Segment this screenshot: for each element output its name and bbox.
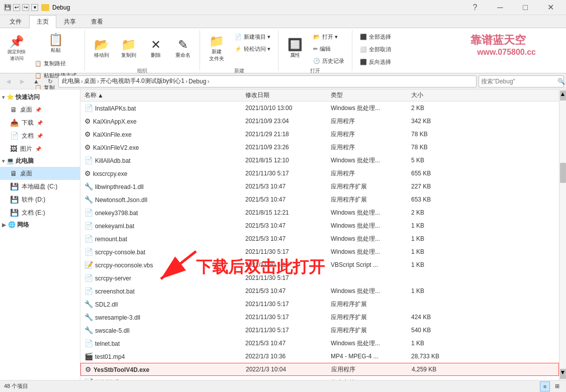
close-button[interactable]: ✕: [539, 0, 562, 15]
file-name: 📄remount.bat: [82, 235, 243, 243]
edit-button[interactable]: ✏ 编辑: [310, 43, 348, 54]
maximize-button[interactable]: □: [514, 0, 537, 15]
file-row[interactable]: ⚙KaiXinFile.exe 2021/1/29 21:18 应用程序 78 …: [80, 128, 559, 141]
file-row[interactable]: 🔧swscale-5.dll 2021/11/30 5:17 应用程序扩展 54…: [80, 324, 559, 337]
deselect-all-button[interactable]: ⬜ 全部取消: [356, 44, 395, 55]
large-icons-view-button[interactable]: ⊞: [552, 381, 562, 391]
pin-to-quickaccess-button[interactable]: 📌 固定到快速访问: [4, 31, 29, 66]
rename-label: 重命名: [175, 52, 191, 59]
file-row[interactable]: 📄telnet.bat 2021/5/3 10:47 Windows 批处理..…: [80, 337, 559, 350]
file-row[interactable]: 📝更新说明.txt 2022/1/3 10:40 文本文档 3 KB: [80, 376, 559, 380]
sidebar-item-documents[interactable]: 📄 文档 📌: [0, 129, 80, 142]
open-button[interactable]: 📂 打开 ▾: [310, 31, 348, 42]
search-input[interactable]: [481, 78, 556, 85]
window-controls-right: ? ─ □ ✕: [463, 0, 562, 15]
file-size: 4,259 KB: [410, 366, 460, 373]
col-header-date[interactable]: 修改日期: [243, 91, 329, 100]
file-row[interactable]: 📄scrcpy-console.bat 2021/11/30 5:17 Wind…: [80, 245, 559, 258]
delete-button[interactable]: ✕ 删除: [143, 31, 168, 66]
new-item-button[interactable]: 📄 新建项目 ▾: [231, 31, 274, 42]
file-date: 2021/11/30 5:17: [243, 314, 329, 321]
file-row[interactable]: 🔧SDL2.dll 2021/11/30 5:17 应用程序扩展: [80, 298, 559, 311]
sidebar-item-pictures[interactable]: 🖼 图片 📌: [0, 142, 80, 155]
sidebar-item-desktop-quick[interactable]: 🖥 桌面 📌: [0, 103, 80, 116]
col-header-name[interactable]: 名称 ▲: [82, 91, 243, 100]
file-row[interactable]: 🎬test01.mp4 2022/1/3 10:36 MP4 - MPEG-4 …: [80, 350, 559, 363]
select-all-icon: ⬛: [360, 34, 367, 40]
select-all-button[interactable]: ⬛ 全部选择: [356, 31, 395, 42]
exe-icon: ⚙: [85, 365, 91, 373]
file-row[interactable]: 📄remount.bat 2021/5/3 10:47 Windows 批处理.…: [80, 232, 559, 245]
file-row[interactable]: 🔧swresample-3.dll 2021/11/30 5:17 应用程序扩展…: [80, 311, 559, 324]
file-row[interactable]: 📄InstallAPKs.bat 2021/10/10 13:00 Window…: [80, 102, 559, 115]
file-size: 1 KB: [409, 248, 459, 255]
open-small-buttons: 📂 打开 ▾ ✏ 编辑 🕒 历史记录: [310, 31, 348, 66]
help-button[interactable]: ?: [463, 0, 487, 15]
select-inner: ⬛ 全部选择 ⬜ 全部取消 ⬛ 反向选择: [356, 31, 395, 67]
file-date: 2021/10/9 23:04: [243, 118, 329, 125]
sidebar-item-drive-d-label: 软件 (D:): [22, 195, 45, 204]
save-icon[interactable]: 💾: [4, 4, 11, 11]
vertical-scrollbar[interactable]: ▲ ▼: [559, 89, 566, 380]
forward-button[interactable]: ▶: [16, 75, 28, 87]
up-button[interactable]: ▲: [30, 75, 42, 87]
chevron-right-icon: ▶: [2, 222, 6, 228]
rename-button[interactable]: ✎ 重命名: [170, 31, 196, 66]
minimize-button[interactable]: ─: [489, 0, 512, 15]
file-row[interactable]: 📄scrcpy-server 2021/11/30 5:17: [80, 271, 559, 284]
refresh-button[interactable]: ↻: [44, 75, 56, 87]
tab-file[interactable]: 文件: [2, 15, 29, 28]
file-row[interactable]: 🔧Newtonsoft.Json.dll 2021/5/3 10:47 应用程序…: [80, 193, 559, 206]
new-folder-button[interactable]: 📁 新建文件夹: [204, 31, 229, 66]
tab-view[interactable]: 查看: [83, 15, 111, 28]
file-date: 2021/8/15 12:21: [243, 209, 329, 216]
sidebar-section-quickaccess[interactable]: ▾ ⭐ 快速访问: [0, 91, 80, 103]
paste-button[interactable]: 📋 粘贴: [31, 31, 80, 56]
sidebar-item-desktop-quick-label: 桌面: [20, 106, 32, 114]
scroll-down-button[interactable]: ▼: [560, 369, 566, 379]
easy-access-button[interactable]: ⚡ 轻松访问 ▾: [231, 43, 274, 54]
history-button[interactable]: 🕒 历史记录: [310, 55, 348, 66]
details-view-button[interactable]: ≡: [540, 381, 550, 391]
col-header-type[interactable]: 类型: [329, 91, 409, 100]
properties-button[interactable]: 🔲 属性: [282, 31, 308, 66]
redo-icon[interactable]: ↪: [22, 4, 29, 11]
file-row[interactable]: 📄onekey3798.bat 2021/8/15 12:21 Windows …: [80, 206, 559, 219]
dropdown-icon[interactable]: ▾: [31, 4, 38, 11]
file-row[interactable]: 📄screenshot.bat 2021/5/3 10:47 Windows 批…: [80, 284, 559, 298]
address-path[interactable]: 此电脑 › 桌面 › 开心电视助手4.0测试版by剑心1 › Debug ›: [58, 75, 477, 87]
file-date: 2021/5/3 10:47: [243, 287, 329, 295]
file-row[interactable]: ⚙KaiXinAppX.exe 2021/10/9 23:04 应用程序 342…: [80, 115, 559, 128]
tab-home[interactable]: 主页: [29, 15, 56, 28]
sidebar-item-drive-c[interactable]: 💾 本地磁盘 (C:): [0, 180, 80, 193]
bat-icon: 📄: [84, 104, 93, 112]
back-button[interactable]: ◀: [2, 75, 14, 87]
file-date: 2021/1/29 21:18: [243, 131, 329, 138]
sidebar-item-downloads[interactable]: 📥 下载 📌: [0, 116, 80, 129]
sidebar-section-network[interactable]: ▶ 🌐 网络: [0, 219, 80, 231]
file-row[interactable]: ⚙KaiXinFileV2.exe 2021/10/9 23:26 应用程序 7…: [80, 141, 559, 154]
file-row[interactable]: 📄onekeyaml.bat 2021/5/3 10:47 Windows 批处…: [80, 219, 559, 232]
file-row[interactable]: 📝scrcpy-noconsole.vbs 2021/11/30 5:17 VB…: [80, 258, 559, 271]
file-row[interactable]: ⚙kxscrcpy.exe 2021/11/30 5:17 应用程序 655 K…: [80, 167, 559, 180]
search-box[interactable]: 🔍: [479, 75, 564, 87]
undo-icon[interactable]: ↩: [13, 4, 20, 11]
invert-selection-button[interactable]: ⬛ 反向选择: [356, 56, 395, 67]
scroll-thumb[interactable]: [560, 163, 566, 183]
col-header-size[interactable]: 大小: [409, 91, 459, 100]
move-to-button[interactable]: 📂 移动到: [89, 31, 114, 66]
sidebar-item-drive-e[interactable]: 💾 文档 (E:): [0, 206, 80, 219]
sidebar-item-desktop[interactable]: 🖥 桌面: [0, 167, 80, 180]
copy-to-button[interactable]: 📁 复制到: [116, 31, 141, 66]
copy-path-button[interactable]: 📋 复制路径: [31, 58, 80, 69]
file-type: 应用程序: [329, 169, 409, 178]
move-label: 移动到: [94, 52, 109, 59]
file-size: 2 KB: [409, 105, 459, 112]
sidebar-item-drive-d[interactable]: 💾 软件 (D:): [0, 193, 80, 206]
tab-share[interactable]: 共享: [56, 15, 83, 28]
file-row-highlighted[interactable]: ⚙YesStbToolV4D.exe 2022/1/3 10:04 应用程序 4…: [80, 363, 559, 376]
scroll-up-button[interactable]: ▲: [560, 90, 566, 101]
file-row[interactable]: 📄KillAllAdb.bat 2021/8/15 12:10 Windows …: [80, 154, 559, 167]
file-row[interactable]: 🔧libwinpthread-1.dll 2021/5/3 10:47 应用程序…: [80, 180, 559, 193]
sidebar-section-thispc[interactable]: ▾ 💻 此电脑: [0, 155, 80, 167]
